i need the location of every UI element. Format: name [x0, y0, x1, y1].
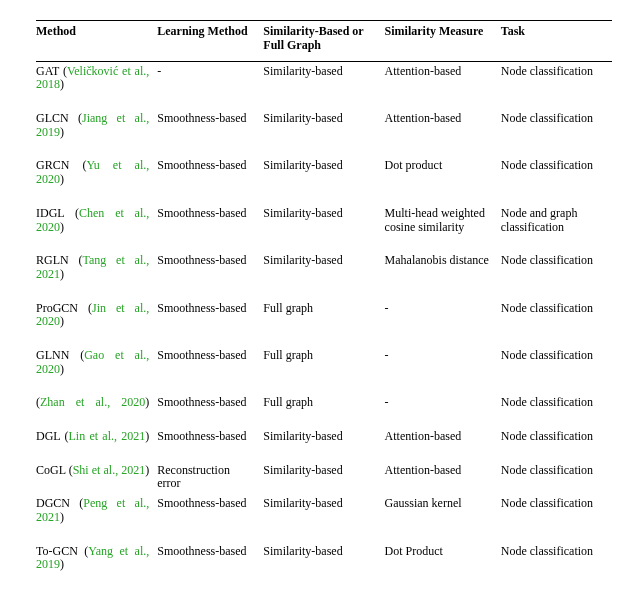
cell-learning: Smoothness-based	[157, 251, 263, 298]
cell-task: Node classifica­tion	[501, 251, 612, 298]
cell-simfull: Similarity-based	[263, 109, 384, 156]
cell-task: Node classifica­tion	[501, 427, 612, 461]
cell-simfull: Full graph	[263, 299, 384, 346]
cell-measure: -	[385, 299, 501, 346]
cell-learning: Smoothness-based	[157, 299, 263, 346]
cell-simfull: Similarity-based	[263, 61, 384, 109]
table-row: GLNN (Gao et al., 2020)Smoothness-basedF…	[36, 346, 612, 393]
method-name: GRCN	[36, 158, 82, 172]
cell-learning: Smoothness-based	[157, 542, 263, 589]
cell-simfull: Full graph	[263, 346, 384, 393]
cell-measure: Attention-based	[385, 109, 501, 156]
method-name: CoGL	[36, 463, 69, 477]
cell-task: Node classifica­tion	[501, 61, 612, 109]
cell-simfull: Similarity-based	[263, 461, 384, 495]
cell-learning: Smoothness-based	[157, 204, 263, 251]
header-method: Method	[36, 21, 157, 62]
cell-measure: Dot product	[385, 156, 501, 203]
cell-method: IDGL (Chen et al., 2020)	[36, 204, 157, 251]
cell-task: Node classifica­tion	[501, 542, 612, 589]
cell-learning: Reconstruction error	[157, 461, 263, 495]
header-row: Method Learning Method Similarity-Based …	[36, 21, 612, 62]
cell-measure: -	[385, 393, 501, 427]
cell-learning: -	[157, 61, 263, 109]
table-row: GAT (Veličković et al., 2018)-Similarity…	[36, 61, 612, 109]
cell-task: Node classifica­tion	[501, 346, 612, 393]
cell-learning: Smoothness-based	[157, 427, 263, 461]
cell-simfull: Full graph	[263, 393, 384, 427]
cell-task: Node classifica­tion	[501, 461, 612, 495]
table-row: To-GCN (Yang et al., 2019)Smoothness-bas…	[36, 542, 612, 589]
method-name: RGLN	[36, 253, 78, 267]
cell-method: ProGCN (Jin et al., 2020)	[36, 299, 157, 346]
table-row: GLCN (Jiang et al., 2019)Smoothness-base…	[36, 109, 612, 156]
cell-method: CoGL (Shi et al., 2021)	[36, 461, 157, 495]
header-simfull: Similarity-Based or Full Graph	[263, 21, 384, 62]
method-name: GLCN	[36, 111, 78, 125]
method-name: DGL	[36, 429, 64, 443]
cell-measure: -	[385, 346, 501, 393]
comparison-table: Method Learning Method Similarity-Based …	[36, 20, 612, 592]
cell-measure: Mahalanobis distance	[385, 251, 501, 298]
cell-method: GAT (Veličković et al., 2018)	[36, 61, 157, 109]
table-row: DGL (Lin et al., 2021)Smoothness-basedSi…	[36, 427, 612, 461]
cell-method: RGLN (Tang et al., 2021)	[36, 251, 157, 298]
table-row: GRCN (Yu et al., 2020)Smoothness-basedSi…	[36, 156, 612, 203]
cell-method: To-GCN (Yang et al., 2019)	[36, 542, 157, 589]
cell-method: (Zhan et al., 2020)	[36, 393, 157, 427]
cell-simfull: Similarity-based	[263, 251, 384, 298]
cell-task: Node classifica­tion	[501, 393, 612, 427]
table-row: ProGCN (Jin et al., 2020)Smoothness-base…	[36, 299, 612, 346]
cell-method: GLCN (Jiang et al., 2019)	[36, 109, 157, 156]
cell-measure: Gaussian kernel	[385, 494, 501, 541]
citation-link[interactable]: Lin et al., 2021	[68, 429, 145, 443]
cell-learning: Smoothness-based	[157, 156, 263, 203]
cell-learning: Smoothness-based	[157, 494, 263, 541]
method-name: GAT	[36, 64, 63, 78]
cell-learning: Smoothness-based	[157, 346, 263, 393]
cell-learning: Smoothness-based	[157, 109, 263, 156]
header-learning: Learning Method	[157, 21, 263, 62]
cell-task: Node classifica­tion	[501, 494, 612, 541]
cell-task: Node and graph classification	[501, 204, 612, 251]
cell-method: DGL (Lin et al., 2021)	[36, 427, 157, 461]
citation-link[interactable]: Zhan et al., 2020	[40, 395, 145, 409]
cell-measure: Attention-based	[385, 61, 501, 109]
cell-simfull: Similarity-based	[263, 156, 384, 203]
table-row: (Zhan et al., 2020)Smoothness-basedFull …	[36, 393, 612, 427]
cell-simfull: Similarity-based	[263, 427, 384, 461]
cell-measure: Attention-based	[385, 461, 501, 495]
citation-link[interactable]: Shi et al., 2021	[73, 463, 146, 477]
cell-measure: Multi-head weighted cosine similarity	[385, 204, 501, 251]
cell-task: Node classifica­tion	[501, 299, 612, 346]
cell-measure: Attention-based	[385, 427, 501, 461]
method-name: IDGL	[36, 206, 75, 220]
method-name: DGCN	[36, 496, 79, 510]
header-task: Task	[501, 21, 612, 62]
table-row: RGLN (Tang et al., 2021)Smoothness-based…	[36, 251, 612, 298]
cell-simfull: Similarity-based	[263, 204, 384, 251]
method-name: GLNN	[36, 348, 80, 362]
cell-learning: Smoothness-based	[157, 393, 263, 427]
table-row: DGCN (Peng et al., 2021)Smoothness-based…	[36, 494, 612, 541]
cell-measure: Dot Product	[385, 542, 501, 589]
cell-simfull: Similarity-based	[263, 542, 384, 589]
table-row: CoGL (Shi et al., 2021)Reconstruction er…	[36, 461, 612, 495]
header-measure: Similarity Measure	[385, 21, 501, 62]
cell-method: GLNN (Gao et al., 2020)	[36, 346, 157, 393]
method-name: ProGCN	[36, 301, 88, 315]
cell-simfull: Similarity-based	[263, 494, 384, 541]
cell-task: Node classifica­tion	[501, 156, 612, 203]
cell-method: GRCN (Yu et al., 2020)	[36, 156, 157, 203]
cell-method: DGCN (Peng et al., 2021)	[36, 494, 157, 541]
cell-task: Node classifica­tion	[501, 109, 612, 156]
table-row: IDGL (Chen et al., 2020)Smoothness-based…	[36, 204, 612, 251]
method-name: To-GCN	[36, 544, 84, 558]
